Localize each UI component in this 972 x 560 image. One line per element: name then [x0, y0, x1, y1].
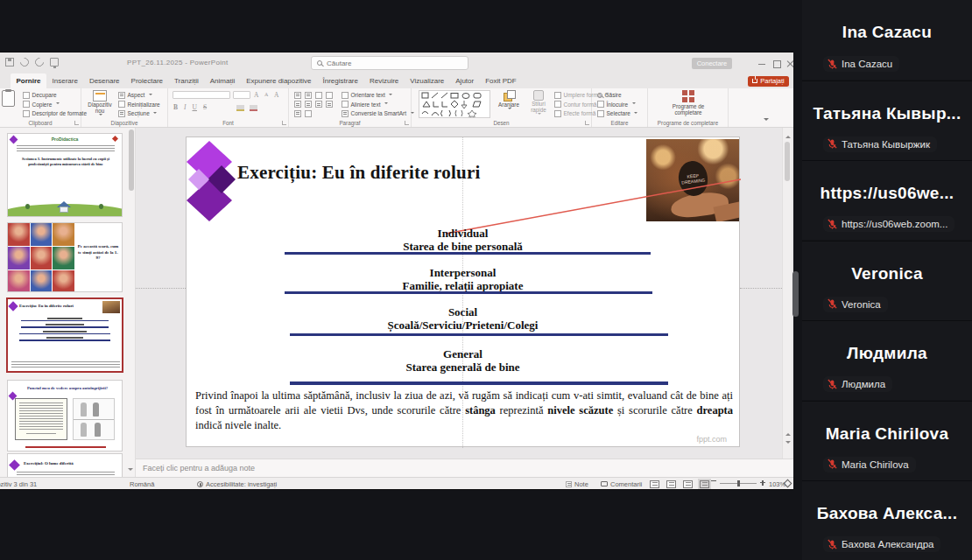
- participant-tile[interactable]: Бахова Алекса... Бахова Александра: [802, 480, 972, 560]
- save-icon[interactable]: [5, 58, 14, 66]
- participant-tile[interactable]: Людмила Людмила: [802, 320, 972, 400]
- font-dialog-launcher[interactable]: [282, 121, 286, 125]
- strikethrough-button[interactable]: S: [203, 103, 207, 111]
- minimize-icon[interactable]: [757, 60, 767, 68]
- undo-icon[interactable]: [18, 56, 31, 68]
- cut-button[interactable]: Decupare: [23, 91, 57, 99]
- share-button[interactable]: Partajați: [748, 76, 789, 88]
- start-slideshow-icon[interactable]: [50, 58, 59, 66]
- zoom-in-button[interactable]: [760, 480, 765, 486]
- justify-icon[interactable]: [326, 101, 333, 108]
- tab-inregistrare[interactable]: Înregistrare: [317, 74, 363, 88]
- align-center-icon[interactable]: [305, 101, 312, 108]
- thumbnail-slide-4[interactable]: Punctul meu de vedere asupra autoîngriji…: [7, 380, 123, 452]
- section-button[interactable]: Secțiune: [118, 109, 157, 117]
- italic-button[interactable]: I: [184, 103, 187, 111]
- paragraph-dialog-launcher[interactable]: [405, 121, 409, 125]
- quick-styles-button[interactable]: Stiluri rapide: [525, 90, 552, 116]
- participant-tile[interactable]: Ina Cazacu Ina Cazacu: [802, 0, 972, 80]
- font-size-combo[interactable]: [233, 91, 250, 99]
- tab-animatii[interactable]: Animații: [204, 74, 240, 88]
- tab-tranzitii[interactable]: Tranziții: [169, 74, 205, 88]
- align-right-icon[interactable]: [315, 101, 322, 108]
- comments-toggle[interactable]: Comentarii: [601, 480, 642, 488]
- new-slide-button[interactable]: Diapozitiv nou: [85, 90, 115, 117]
- bold-button[interactable]: B: [173, 103, 178, 111]
- shapes-gallery[interactable]: [419, 90, 490, 118]
- thumbnail-slide-2[interactable]: Pe această scară, cum te simți astăzi de…: [7, 222, 123, 292]
- fit-to-window-button[interactable]: [785, 480, 791, 486]
- tab-foxit-pdf[interactable]: Foxit PDF: [480, 74, 523, 88]
- previous-slide-icon[interactable]: [785, 430, 791, 436]
- accessibility-indicator[interactable]: Accesibilitate: investigați: [197, 480, 277, 488]
- drawing-dialog-launcher[interactable]: [585, 121, 589, 125]
- smartart-button[interactable]: Conversie la SmartArt: [342, 109, 414, 117]
- participants-scrollbar-thumb[interactable]: [792, 271, 799, 317]
- tab-vizualizare[interactable]: Vizualizare: [405, 74, 450, 88]
- layout-button[interactable]: Aspect: [118, 91, 152, 99]
- slide-canvas[interactable]: Exercițiu: Eu în diferite roluri KEEP DR…: [186, 136, 740, 447]
- align-text-button[interactable]: Aliniere text: [342, 101, 388, 108]
- tab-ajutor[interactable]: Ajutor: [450, 74, 480, 88]
- columns-icon[interactable]: [305, 110, 312, 117]
- numbering-icon[interactable]: [305, 92, 312, 99]
- text-orientation-button[interactable]: Orientare text: [342, 91, 392, 99]
- replace-button[interactable]: Înlocuire: [597, 101, 636, 108]
- participant-tile[interactable]: https://us06we... https://us06web.zoom..…: [802, 160, 972, 240]
- copy-button[interactable]: Copiere: [23, 101, 60, 108]
- close-icon[interactable]: [785, 60, 793, 68]
- scroll-up-icon[interactable]: [785, 133, 791, 138]
- thumbnail-scroll-down-icon[interactable]: [128, 468, 133, 473]
- thumbnail-slide-1[interactable]: ProDidactica Sesiunea 3. Instrumente uti…: [7, 133, 123, 217]
- redo-icon[interactable]: [33, 56, 46, 68]
- collapse-ribbon-icon[interactable]: [764, 118, 769, 123]
- thumbnail-scrollbar[interactable]: [129, 130, 134, 191]
- clipboard-dialog-launcher[interactable]: [74, 121, 79, 125]
- editor-scrollbar[interactable]: [782, 128, 792, 458]
- tab-desenare[interactable]: Desenare: [83, 74, 125, 88]
- notes-pane[interactable]: Faceți clic pentru a adăuga note: [136, 458, 793, 477]
- participant-tile[interactable]: Maria Chirilova Maria Chirilova: [802, 401, 972, 480]
- addins-button[interactable]: Programe de completare: [669, 90, 708, 116]
- tab-expunere-diapozitive[interactable]: Expunere diapozitive: [241, 74, 317, 88]
- zoom-slider[interactable]: [720, 483, 757, 484]
- decrease-indent-icon[interactable]: [315, 92, 322, 99]
- sign-in-button[interactable]: Conectare: [692, 58, 732, 69]
- format-painter-button[interactable]: Descriptor de formate: [23, 109, 87, 117]
- shrink-font-button[interactable]: A: [264, 91, 268, 99]
- tab-pornire[interactable]: Pornire: [11, 74, 46, 88]
- select-button[interactable]: Selectare: [597, 109, 637, 117]
- grow-font-button[interactable]: A: [254, 91, 258, 99]
- tab-revizuire[interactable]: Revizuire: [363, 74, 404, 88]
- font-color-icon[interactable]: [250, 105, 257, 111]
- tab-proiectare[interactable]: Proiectare: [125, 74, 168, 88]
- slide-sorter-view-icon[interactable]: [666, 480, 676, 488]
- thumbnail-slide-3-selected[interactable]: Exercițiu: Eu în diferite roluri: [6, 298, 123, 373]
- zoom-out-button[interactable]: [711, 480, 716, 481]
- notes-toggle[interactable]: Note: [566, 480, 588, 488]
- search-input[interactable]: [327, 60, 449, 67]
- line-spacing-icon[interactable]: [294, 110, 301, 117]
- search-box[interactable]: [311, 56, 468, 70]
- language-indicator[interactable]: Română: [130, 480, 154, 488]
- find-button[interactable]: Găsire: [597, 91, 622, 99]
- participant-tile[interactable]: Veronica Veronica: [802, 241, 972, 320]
- scrollbar-thumb[interactable]: [785, 142, 790, 181]
- next-slide-icon[interactable]: [785, 441, 791, 446]
- zoom-slider-thumb[interactable]: [737, 480, 740, 486]
- tab-inserare[interactable]: Inserare: [46, 74, 83, 88]
- underline-button[interactable]: U: [193, 103, 197, 111]
- normal-view-icon[interactable]: [650, 480, 659, 488]
- highlight-color-icon[interactable]: [236, 105, 244, 111]
- reading-view-icon[interactable]: [683, 480, 693, 488]
- paste-button[interactable]: [2, 90, 15, 107]
- participant-tile[interactable]: Татьяна Кывыр... Татьяна Кывыржик: [802, 80, 972, 160]
- slideshow-view-icon[interactable]: [700, 480, 709, 488]
- bullets-icon[interactable]: [294, 92, 301, 99]
- thumbnail-slide-5[interactable]: Exercițiul: O lume diferită: [7, 453, 123, 477]
- increase-indent-icon[interactable]: [326, 92, 333, 99]
- font-name-combo[interactable]: [173, 91, 230, 99]
- arrange-button[interactable]: Aranjare: [495, 90, 523, 111]
- maximize-icon[interactable]: [771, 60, 782, 68]
- clear-formatting-button[interactable]: A: [274, 91, 278, 99]
